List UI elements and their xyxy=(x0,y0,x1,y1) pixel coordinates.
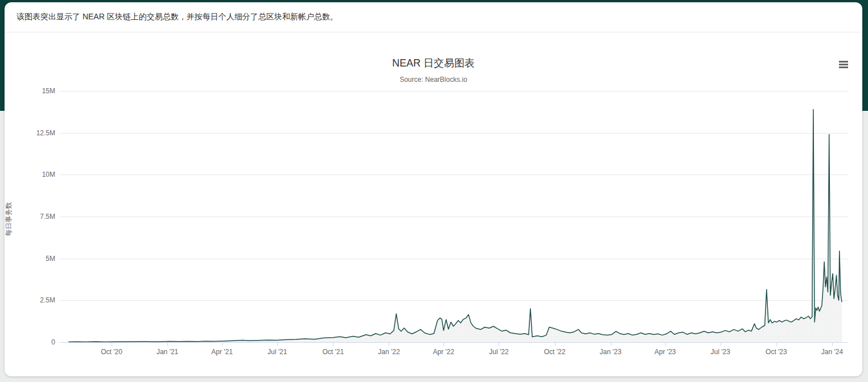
x-axis-tick-label: Apr '23 xyxy=(655,348,676,356)
series-area xyxy=(68,109,842,342)
x-axis-tick-label: Oct '20 xyxy=(101,348,122,356)
x-axis-tick-label: Jan '22 xyxy=(378,348,400,356)
x-axis-tick-label: Jul '23 xyxy=(711,348,730,356)
series-line xyxy=(68,109,842,342)
x-axis-tick-label: Jan '23 xyxy=(600,348,622,356)
chart-description-bar: 该图表突出显示了 NEAR 区块链上的交易总数，并按每日个人细分了总区块和新帐户… xyxy=(5,2,862,32)
x-axis-tick-label: Jul '21 xyxy=(268,348,287,356)
chart-region: NEAR 日交易图表 Source: NearBlocks.io 每日事务数 xyxy=(5,32,862,376)
y-axis-tick-label: 0 xyxy=(5,338,55,347)
series xyxy=(68,109,842,342)
x-axis-tick-label: Oct '21 xyxy=(322,348,344,356)
gridlines xyxy=(60,92,848,343)
y-axis-tick-label: 15M xyxy=(5,86,55,96)
x-axis-tick-label: Oct '22 xyxy=(544,348,566,356)
y-axis-tick-label: 5M xyxy=(5,254,55,263)
x-axis-tick-label: Apr '22 xyxy=(433,348,455,356)
chart-plot-area[interactable] xyxy=(5,32,862,376)
x-axis-tick-label: Apr '21 xyxy=(211,348,233,356)
y-axis-tick-label: 7.5M xyxy=(5,212,55,221)
y-axis-tick-label: 10M xyxy=(5,170,55,179)
y-axis-tick-label: 2.5M xyxy=(5,296,55,305)
page: 该图表突出显示了 NEAR 区块链上的交易总数，并按每日个人细分了总区块和新帐户… xyxy=(0,0,868,382)
x-axis-tick-label: Oct '23 xyxy=(766,348,787,356)
x-axis-tick-label: Jan '24 xyxy=(821,348,843,356)
axes xyxy=(60,343,848,346)
x-axis-tick-label: Jul '22 xyxy=(489,348,508,356)
y-axis-tick-label: 12.5M xyxy=(5,128,55,138)
chart-description: 该图表突出显示了 NEAR 区块链上的交易总数，并按每日个人细分了总区块和新帐户… xyxy=(17,12,338,22)
chart-card: 该图表突出显示了 NEAR 区块链上的交易总数，并按每日个人细分了总区块和新帐户… xyxy=(5,2,862,376)
x-axis-tick-label: Jan '21 xyxy=(157,348,178,356)
